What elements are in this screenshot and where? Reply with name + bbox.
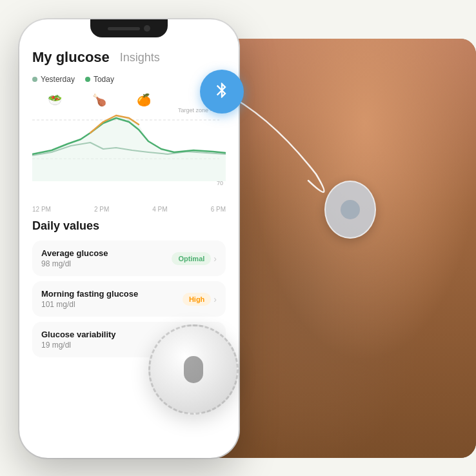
- metric-badge-row-morning: High ›: [183, 293, 217, 306]
- xaxis-label-1: 2 PM: [94, 206, 109, 213]
- sensor-patch-inner: [341, 200, 360, 219]
- metric-info-average: Average glucose 98 mg/dl: [41, 248, 108, 268]
- metric-badge-morning: High: [183, 293, 211, 306]
- metric-label-variability: Glucose variability: [41, 330, 116, 339]
- metric-value-variability: 19 mg/dl: [41, 341, 116, 350]
- xaxis-label-2: 4 PM: [152, 206, 167, 213]
- metric-info-morning: Morning fasting glucose 101 mg/dl: [41, 289, 138, 309]
- xaxis-label-0: 12 PM: [32, 206, 51, 213]
- tab-insights[interactable]: Insights: [120, 51, 160, 64]
- device-sensor-inner: [184, 356, 203, 383]
- phone-notch: [90, 19, 168, 37]
- metric-label-morning: Morning fasting glucose: [41, 289, 138, 299]
- meal-icon-1: 🍗: [92, 93, 106, 107]
- page-title: My glucose: [32, 49, 110, 66]
- app-header: My glucose Insights: [32, 43, 226, 66]
- metric-card-average-glucose[interactable]: Average glucose 98 mg/dl Optimal ›: [32, 241, 226, 276]
- chart-low-label: 70: [217, 180, 223, 186]
- scene: My glucose Insights Yesterday Today 🥗: [0, 0, 476, 476]
- legend-dot-yesterday: [32, 77, 37, 82]
- legend-dot-today: [85, 77, 90, 82]
- bluetooth-icon: [213, 81, 231, 103]
- device-sensor-large: [148, 324, 239, 415]
- legend-today: Today: [85, 75, 114, 84]
- meal-icon-0: 🥗: [48, 93, 62, 107]
- metric-arrow-average: ›: [213, 253, 217, 264]
- metric-arrow-morning: ›: [213, 294, 217, 304]
- legend-yesterday-label: Yesterday: [41, 75, 75, 84]
- metric-badge-average: Optimal: [172, 252, 211, 265]
- notch-camera: [144, 25, 150, 32]
- meal-icon-2: 🍊: [137, 93, 151, 107]
- metric-value-morning: 101 mg/dl: [41, 300, 138, 309]
- chart-legend: Yesterday Today: [32, 75, 226, 84]
- xaxis-label-3: 6 PM: [211, 206, 226, 213]
- legend-today-label: Today: [94, 75, 114, 84]
- bluetooth-button[interactable]: [200, 70, 244, 114]
- metric-label-average: Average glucose: [41, 248, 108, 258]
- sensor-patch-arm: [324, 181, 376, 239]
- notch-speaker: [108, 27, 140, 30]
- legend-yesterday: Yesterday: [32, 75, 75, 84]
- daily-values-title: Daily values: [32, 219, 226, 233]
- chart-xaxis: 12 PM 2 PM 4 PM 6 PM: [32, 206, 226, 213]
- metric-badge-row-average: Optimal ›: [172, 252, 217, 265]
- metric-value-average: 98 mg/dl: [41, 259, 108, 268]
- metric-info-variability: Glucose variability 19 mg/dl: [41, 330, 116, 350]
- metric-card-morning-fasting[interactable]: Morning fasting glucose 101 mg/dl High ›: [32, 281, 226, 317]
- glucose-chart: 🥗 🍗 🍊 Target zone - 140 70: [32, 94, 226, 201]
